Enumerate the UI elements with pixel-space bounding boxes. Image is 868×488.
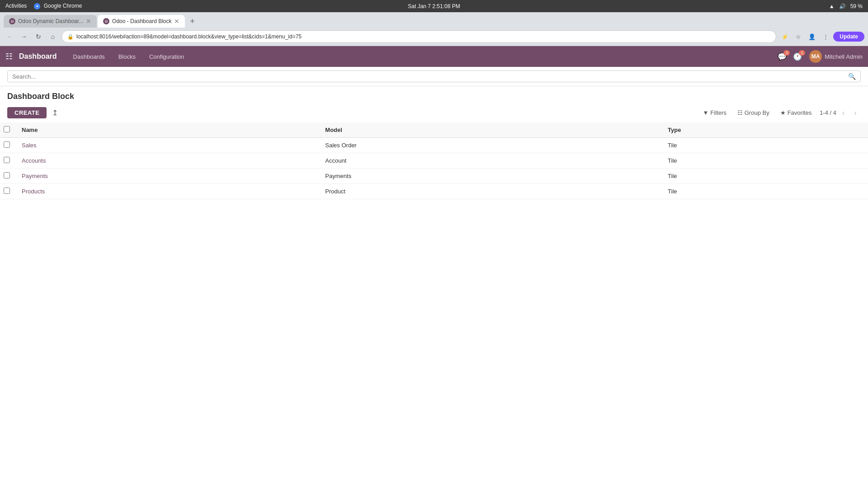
tab-2[interactable]: O Odoo - Dashboard Block ✕ (98, 15, 185, 28)
row-checkbox-0[interactable] (4, 141, 10, 148)
filters-button[interactable]: ▼ Filters (698, 108, 731, 118)
odoo-brand[interactable]: Dashboard (19, 52, 57, 61)
update-button[interactable]: Update (833, 32, 864, 42)
battery-label: 59 % (850, 3, 863, 9)
search-input[interactable] (12, 73, 848, 80)
profile-button[interactable]: 👤 (806, 31, 818, 42)
next-page-button[interactable]: › (850, 108, 861, 118)
row-name-1[interactable]: Accounts (14, 153, 318, 169)
table-row: Products Product Tile (0, 184, 868, 199)
os-datetime: Sat Jan 7 2:51:08 PM (408, 3, 460, 9)
table-row: Payments Payments Tile (0, 169, 868, 184)
row-type-0: Tile (660, 138, 868, 153)
row-name-2[interactable]: Payments (14, 169, 318, 184)
updates-badge: 2 (799, 50, 805, 56)
nav-dashboards[interactable]: Dashboards (69, 52, 109, 62)
favorites-icon: ★ (780, 109, 786, 116)
browser-chrome: O Odoo Dynamic Dashboar... ✕ O Odoo - Da… (0, 12, 868, 46)
tab-2-close[interactable]: ✕ (174, 18, 179, 25)
toolbar: CREATE ↥ ▼ Filters ☷ Group By ★ Favorite… (0, 105, 868, 122)
messages-badge: 3 (783, 50, 790, 56)
user-menu-button[interactable]: MA Mitchell Admin (809, 50, 863, 63)
odoo-navbar: ☷ Dashboard Dashboards Blocks Configurat… (0, 46, 868, 67)
user-name: Mitchell Admin (825, 53, 863, 60)
address-bar[interactable]: 🔒 localhost:8016/web#action=89&model=das… (61, 30, 776, 43)
table-row: Accounts Account Tile (0, 153, 868, 169)
favorites-button[interactable]: ★ Favorites (776, 108, 816, 118)
data-table: Name Model Type Sales Sales Order Tile A… (0, 122, 868, 199)
pagination-text: 1-4 / 4 (820, 109, 836, 116)
search-icon[interactable]: 🔍 (848, 73, 856, 80)
bookmarks-button[interactable]: ☆ (793, 31, 804, 42)
new-tab-button[interactable]: + (186, 15, 198, 28)
col-type: Type (660, 122, 868, 138)
activities-label[interactable]: Activities (5, 3, 27, 9)
filter-group: ▼ Filters ☷ Group By ★ Favorites (698, 108, 816, 118)
group-by-icon: ☷ (737, 109, 743, 116)
back-button[interactable]: ← (4, 31, 15, 42)
pagination-nav: ‹ › (838, 108, 861, 118)
browser-menu-button[interactable]: ⋮ (820, 31, 831, 42)
row-checkbox-2[interactable] (4, 172, 10, 178)
os-bar: Activities ● Google Chrome Sat Jan 7 2:5… (0, 0, 868, 12)
prev-page-button[interactable]: ‹ (838, 108, 849, 118)
row-type-3: Tile (660, 184, 868, 199)
row-checkbox-cell[interactable] (0, 169, 14, 184)
row-model-3: Product (318, 184, 660, 199)
page-title: Dashboard Block (7, 92, 74, 101)
tab-favicon-1: O (9, 18, 15, 24)
row-model-2: Payments (318, 169, 660, 184)
row-type-2: Tile (660, 169, 868, 184)
home-button[interactable]: ⌂ (47, 31, 59, 42)
volume-icon: 🔊 (839, 3, 846, 9)
wifi-icon: ▲ (829, 3, 835, 9)
row-name-3[interactable]: Products (14, 184, 318, 199)
table-body: Sales Sales Order Tile Accounts Account … (0, 138, 868, 199)
tab-1-close[interactable]: ✕ (86, 18, 91, 25)
row-checkbox-cell[interactable] (0, 153, 14, 169)
pagination: 1-4 / 4 ‹ › (820, 108, 861, 118)
col-name: Name (14, 122, 318, 138)
tab-bar: O Odoo Dynamic Dashboar... ✕ O Odoo - Da… (0, 12, 868, 28)
messages-button[interactable]: 💬 3 (778, 52, 787, 61)
select-all-checkbox[interactable] (4, 126, 10, 132)
row-checkbox-3[interactable] (4, 188, 10, 194)
extensions-button[interactable]: ⚡ (779, 31, 791, 42)
create-button[interactable]: CREATE (7, 107, 47, 118)
row-model-0: Sales Order (318, 138, 660, 153)
updates-button[interactable]: 🕐 2 (793, 52, 802, 61)
row-checkbox-1[interactable] (4, 157, 10, 163)
table-row: Sales Sales Order Tile (0, 138, 868, 153)
col-model: Model (318, 122, 660, 138)
row-model-1: Account (318, 153, 660, 169)
table-header: Name Model Type (0, 122, 868, 138)
address-bar-row: ← → ↻ ⌂ 🔒 localhost:8016/web#action=89&m… (0, 28, 868, 46)
upload-button[interactable]: ↥ (50, 107, 60, 119)
lock-icon: 🔒 (67, 34, 74, 40)
tab-2-label: Odoo - Dashboard Block (112, 18, 171, 24)
tab-favicon-2: O (103, 18, 109, 24)
page-header: Dashboard Block (0, 86, 868, 105)
filters-icon: ▼ (703, 109, 708, 116)
select-all-cell[interactable] (0, 122, 14, 138)
nav-blocks[interactable]: Blocks (114, 52, 140, 62)
row-checkbox-cell[interactable] (0, 138, 14, 153)
row-name-0[interactable]: Sales (14, 138, 318, 153)
search-bar-area: 🔍 (0, 67, 868, 86)
tab-1[interactable]: O Odoo Dynamic Dashboar... ✕ (4, 15, 97, 28)
row-checkbox-cell[interactable] (0, 184, 14, 199)
navbar-right: 💬 3 🕐 2 MA Mitchell Admin (778, 50, 863, 63)
nav-configuration[interactable]: Configuration (145, 52, 189, 62)
row-type-1: Tile (660, 153, 868, 169)
reload-button[interactable]: ↻ (33, 31, 44, 42)
tab-1-label: Odoo Dynamic Dashboar... (18, 18, 83, 24)
user-avatar: MA (809, 50, 822, 63)
search-input-wrap[interactable]: 🔍 (7, 70, 861, 82)
browser-label: ● Google Chrome (34, 3, 82, 9)
url-display: localhost:8016/web#action=89&model=dashb… (76, 33, 770, 40)
browser-actions: ⚡ ☆ 👤 ⋮ Update (779, 31, 864, 42)
group-by-button[interactable]: ☷ Group By (733, 108, 774, 118)
forward-button[interactable]: → (18, 31, 30, 42)
apps-menu-icon[interactable]: ☷ (5, 52, 13, 61)
